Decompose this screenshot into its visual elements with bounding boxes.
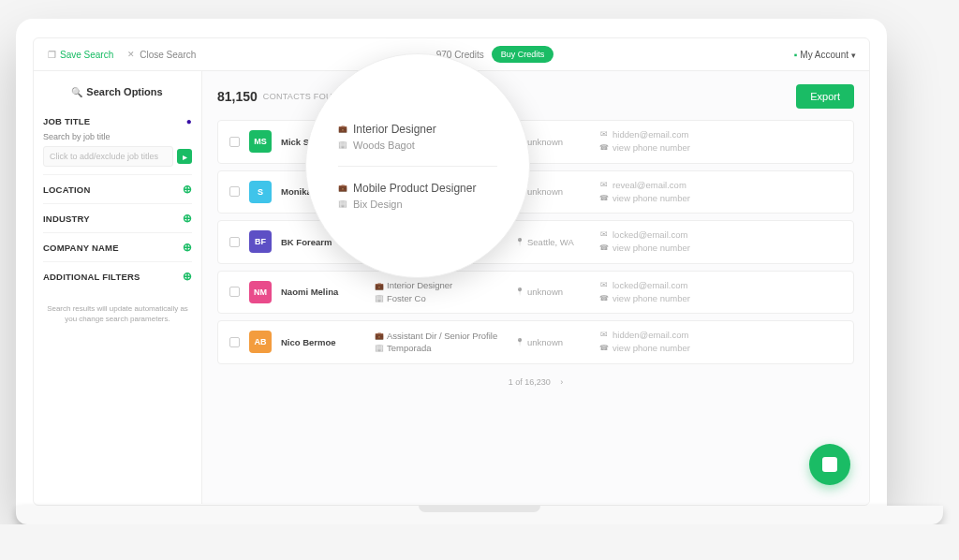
filter-label: ADDITIONAL FILTERS xyxy=(43,272,140,282)
filter-subtitle: Search by job title xyxy=(43,132,192,141)
filter-label: LOCATION xyxy=(43,184,91,195)
buy-credits-button[interactable]: Buy Credits xyxy=(492,46,554,63)
pin-icon xyxy=(515,337,524,346)
plus-icon: ⊕ xyxy=(183,212,192,225)
content: 81,150 contacts found Export MSMick Sp…I… xyxy=(202,71,869,504)
row-checkbox[interactable] xyxy=(229,337,240,347)
pin-icon xyxy=(515,287,524,297)
filter-additional[interactable]: ADDITIONAL FILTERS ⊕ xyxy=(43,262,192,290)
contact-location: unknown xyxy=(515,287,599,297)
briefcase-icon xyxy=(375,281,384,290)
chat-icon xyxy=(822,457,837,472)
plus-icon: ⊕ xyxy=(183,241,192,254)
contact-details: reveal@email.comview phone number xyxy=(599,179,842,206)
contact-details: hidden@email.comview phone number xyxy=(599,329,842,356)
close-icon xyxy=(126,50,136,59)
row-checkbox[interactable] xyxy=(229,137,240,147)
mail-icon xyxy=(599,230,609,240)
save-search-label: Save Search xyxy=(60,50,113,60)
filter-industry[interactable]: INDUSTRY ⊕ xyxy=(43,204,192,233)
add-job-title-button[interactable]: ▸ xyxy=(177,149,192,164)
avatar: NM xyxy=(249,281,272,303)
phone-icon xyxy=(599,344,609,353)
export-button[interactable]: Export xyxy=(796,84,854,109)
mag-company: Woods Bagot xyxy=(353,140,415,151)
mag-company: Bix Design xyxy=(353,199,403,210)
avatar: BF xyxy=(249,230,272,253)
close-search-label: Close Search xyxy=(140,50,196,60)
email-hidden[interactable]: locked@email.com xyxy=(612,228,687,242)
phone-hidden[interactable]: view phone number xyxy=(612,242,690,255)
minus-icon: ● xyxy=(186,116,192,126)
mail-icon xyxy=(599,181,609,190)
table-row[interactable]: ABNico BermoeAssistant Dir / Senior Prof… xyxy=(217,320,854,364)
filter-company-name[interactable]: COMPANY NAME ⊕ xyxy=(43,233,192,262)
row-checkbox[interactable] xyxy=(229,186,240,197)
search-icon xyxy=(72,87,81,96)
filter-job-title[interactable]: JOB TITLE ● Search by job title Click to… xyxy=(43,109,192,175)
avatar: MS xyxy=(249,130,272,153)
phone-hidden[interactable]: view phone number xyxy=(612,342,690,355)
phone-icon xyxy=(599,294,609,303)
contact-location: unknown xyxy=(515,337,599,347)
save-search-button[interactable]: Save Search xyxy=(47,50,113,60)
contact-job: Assistant Dir / Senior ProfileTemporada xyxy=(375,330,515,355)
next-page-icon[interactable]: › xyxy=(560,377,563,387)
save-icon xyxy=(47,50,56,59)
mag-job: Mobile Product Designer xyxy=(353,182,476,195)
building-icon xyxy=(375,344,384,353)
contact-name: Nico Bermoe xyxy=(281,337,375,347)
mail-icon xyxy=(599,281,609,290)
chat-fab[interactable] xyxy=(809,444,850,485)
job-title-input[interactable]: Click to add/exclude job titles xyxy=(43,146,173,167)
building-icon xyxy=(338,199,347,209)
phone-icon xyxy=(599,243,609,253)
my-account-dropdown[interactable]: ▪ My Account xyxy=(794,50,856,60)
sidebar-hint: Search results will update automatically… xyxy=(43,303,192,324)
avatar: S xyxy=(249,181,272,203)
magnifier-lens: Interior Designer Woods Bagot Mobile Pro… xyxy=(305,53,530,278)
filter-location[interactable]: LOCATION ⊕ xyxy=(43,175,192,204)
building-icon xyxy=(338,140,347,150)
mag-job: Interior Designer xyxy=(353,123,436,136)
email-hidden[interactable]: hidden@email.com xyxy=(612,329,688,342)
avatar: AB xyxy=(249,331,272,353)
filter-label: COMPANY NAME xyxy=(43,243,119,253)
briefcase-icon xyxy=(338,184,347,193)
search-options-header: Search Options xyxy=(43,81,192,109)
pagination[interactable]: 1 of 16,230 › xyxy=(217,377,854,387)
pin-icon xyxy=(515,237,524,246)
plus-icon: ⊕ xyxy=(183,183,192,196)
plus-icon: ⊕ xyxy=(183,270,192,283)
contact-details: locked@email.comview phone number xyxy=(599,279,842,306)
phone-hidden[interactable]: view phone number xyxy=(612,141,690,155)
phone-icon xyxy=(599,194,609,203)
building-icon xyxy=(375,293,384,302)
mail-icon xyxy=(599,331,609,340)
row-checkbox[interactable] xyxy=(229,237,240,247)
contact-location: Seattle, WA xyxy=(515,237,599,247)
contact-details: hidden@email.comview phone number xyxy=(599,128,842,155)
briefcase-icon xyxy=(375,332,384,341)
email-hidden[interactable]: reveal@email.com xyxy=(612,179,686,192)
briefcase-icon xyxy=(338,125,347,134)
row-checkbox[interactable] xyxy=(229,287,240,297)
filter-label: JOB TITLE xyxy=(43,116,90,126)
my-account-label: My Account xyxy=(800,50,848,60)
email-hidden[interactable]: hidden@email.com xyxy=(612,128,688,141)
result-count: 81,150 xyxy=(217,89,258,104)
email-hidden[interactable]: locked@email.com xyxy=(612,279,687,292)
phone-hidden[interactable]: view phone number xyxy=(612,192,690,205)
table-row[interactable]: NMNaomi MelinaInterior DesignerFoster Co… xyxy=(217,271,854,315)
close-search-button[interactable]: Close Search xyxy=(126,50,196,60)
phone-icon xyxy=(599,143,609,153)
table-row[interactable]: BFBK ForearmSenior Lead DesignerGood Age… xyxy=(217,220,854,264)
chevron-down-icon xyxy=(851,50,856,60)
filter-label: INDUSTRY xyxy=(43,214,90,224)
sidebar: Search Options JOB TITLE ● Search by job… xyxy=(34,71,202,504)
contact-job: Interior DesignerFoster Co xyxy=(375,279,515,304)
phone-hidden[interactable]: view phone number xyxy=(612,292,690,305)
mail-icon xyxy=(599,130,609,140)
contact-name: Naomi Melina xyxy=(281,287,375,297)
contact-details: locked@email.comview phone number xyxy=(599,228,842,256)
